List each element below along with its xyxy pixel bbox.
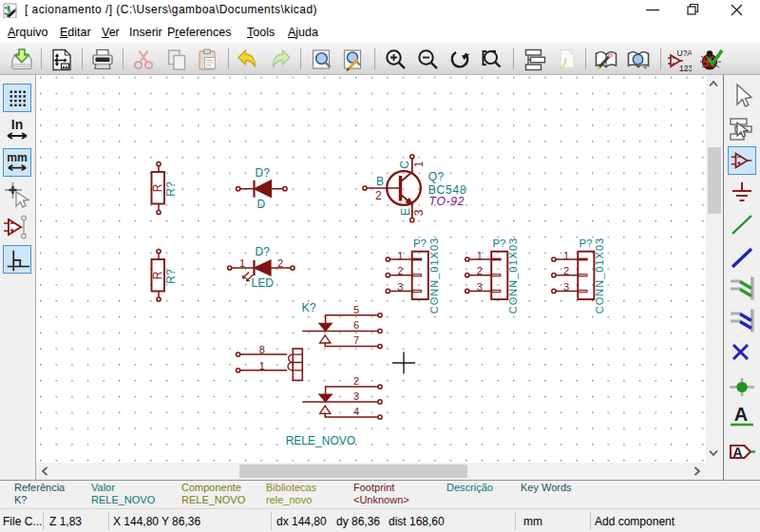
svg-text:Q?: Q? — [428, 170, 445, 183]
svg-text:3: 3 — [397, 281, 403, 293]
svg-text:A: A — [732, 444, 742, 459]
svg-text:R: R — [151, 271, 164, 279]
svg-text:CONN_01X03: CONN_01X03 — [428, 238, 440, 314]
svg-text:U?A: U?A — [677, 48, 693, 58]
svg-text:R?: R? — [164, 269, 178, 284]
svg-text:C: C — [398, 161, 411, 169]
svg-text:8: 8 — [259, 344, 265, 355]
svg-text:2: 2 — [375, 189, 382, 202]
svg-text:P?: P? — [413, 238, 427, 249]
svg-text:2: 2 — [277, 257, 283, 269]
svg-text:RELE_NOVO: RELE_NOVO — [286, 434, 355, 447]
svg-text:1: 1 — [412, 161, 426, 167]
svg-text:E: E — [399, 208, 412, 216]
svg-text:3: 3 — [412, 209, 426, 216]
svg-text:5: 5 — [353, 304, 359, 315]
svg-text:R: R — [151, 183, 164, 192]
svg-text:1: 1 — [239, 257, 245, 269]
svg-text:4: 4 — [353, 406, 359, 417]
svg-text:D: D — [257, 198, 266, 211]
svg-text:R?: R? — [164, 181, 178, 197]
svg-text:D?: D? — [256, 166, 271, 180]
svg-text:mm: mm — [7, 151, 28, 164]
svg-text:K?: K? — [301, 301, 315, 314]
svg-text:TO-92: TO-92 — [429, 195, 466, 208]
svg-text:3: 3 — [353, 390, 359, 402]
svg-text:D?: D? — [256, 245, 271, 258]
svg-text:LED: LED — [252, 276, 275, 290]
svg-text:1: 1 — [259, 360, 265, 371]
svg-text:1: 1 — [397, 250, 403, 261]
svg-text:2: 2 — [353, 375, 359, 387]
svg-text:7: 7 — [353, 334, 359, 346]
svg-text:6: 6 — [353, 319, 359, 331]
svg-text:123: 123 — [679, 64, 692, 73]
svg-text:A: A — [734, 405, 748, 425]
svg-text:In: In — [11, 117, 23, 132]
svg-text:2: 2 — [397, 265, 403, 276]
svg-text:B: B — [376, 175, 384, 188]
